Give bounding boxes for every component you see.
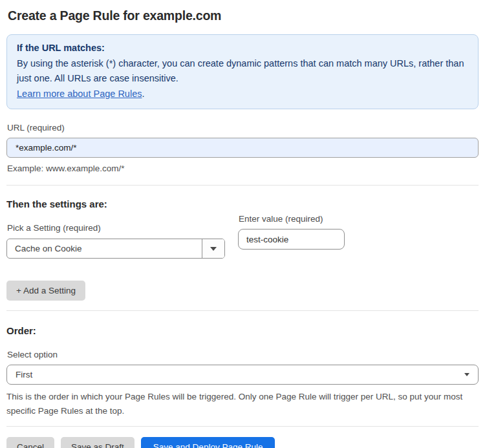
order-select[interactable]: First	[6, 365, 479, 385]
setting-value-column: Enter value (required)	[238, 209, 345, 250]
info-box-body: By using the asterisk (*) character, you…	[17, 56, 468, 87]
settings-row: Pick a Setting (required) Cache on Cooki…	[6, 209, 479, 259]
divider	[6, 310, 479, 311]
divider	[6, 185, 479, 186]
cancel-button[interactable]: Cancel	[6, 437, 54, 448]
order-select-value: First	[16, 370, 32, 379]
save-and-deploy-button[interactable]: Save and Deploy Page Rule	[141, 437, 275, 448]
save-as-draft-button[interactable]: Save as Draft	[61, 437, 135, 448]
url-input[interactable]	[6, 138, 479, 158]
setting-dropdown[interactable]: Cache on Cookie	[6, 239, 225, 259]
url-label: URL (required)	[7, 123, 479, 133]
setting-dropdown-value: Cache on Cookie	[7, 239, 202, 258]
settings-heading: Then the settings are:	[6, 198, 479, 209]
caret-down-icon	[464, 373, 469, 376]
order-heading: Order:	[6, 325, 479, 336]
setting-picker-column: Pick a Setting (required) Cache on Cooki…	[6, 209, 225, 259]
url-match-info-box: If the URL matches: By using the asteris…	[6, 34, 479, 109]
order-select-label: Select option	[7, 350, 479, 359]
setting-value-input[interactable]	[238, 229, 345, 250]
order-description: This is the order in which your Page Rul…	[6, 390, 473, 418]
page-rule-form: Create a Page Rule for example.com If th…	[0, 0, 485, 448]
url-hint: Example: www.example.com/*	[7, 164, 479, 173]
form-actions: Cancel Save as Draft Save and Deploy Pag…	[6, 437, 479, 448]
setting-label: Pick a Setting (required)	[7, 223, 225, 233]
link-period: .	[142, 89, 144, 99]
info-box-link-line: Learn more about Page Rules.	[17, 87, 468, 102]
divider	[6, 426, 479, 427]
value-label: Enter value (required)	[239, 214, 345, 224]
caret-down-icon	[210, 247, 217, 251]
setting-dropdown-arrow-button[interactable]	[202, 239, 224, 258]
page-title: Create a Page Rule for example.com	[8, 8, 479, 23]
learn-more-link[interactable]: Learn more about Page Rules	[17, 89, 142, 99]
info-box-heading: If the URL matches:	[17, 41, 468, 56]
add-setting-button[interactable]: + Add a Setting	[6, 281, 85, 301]
